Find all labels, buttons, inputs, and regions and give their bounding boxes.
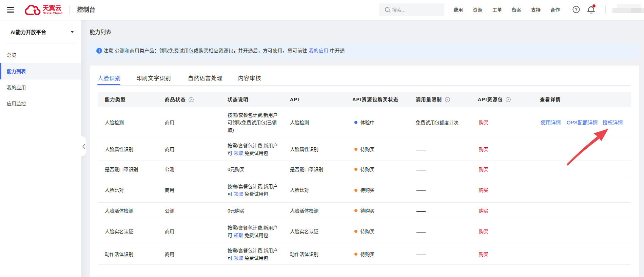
svg-text:?: ? xyxy=(575,7,578,12)
svg-text:?: ? xyxy=(190,98,192,101)
svg-text:?: ? xyxy=(507,98,509,101)
svg-text:?: ? xyxy=(446,98,449,101)
